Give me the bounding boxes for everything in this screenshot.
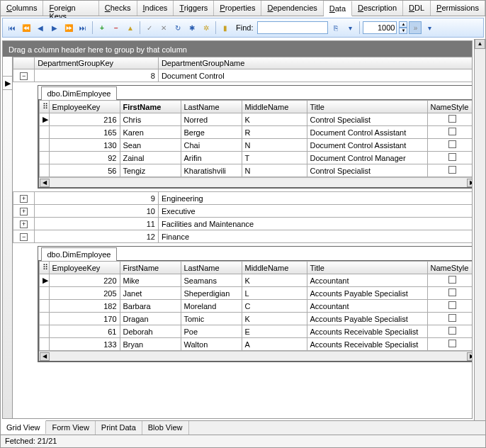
- table-row[interactable]: ▶216ChrisNorredKControl Specialist: [39, 113, 472, 126]
- goto-bookmark-icon[interactable]: ✲: [200, 21, 213, 34]
- edit-icon[interactable]: ▲: [124, 21, 137, 34]
- col-middlename[interactable]: MiddleName: [242, 101, 307, 113]
- col-firstname[interactable]: FirstName: [120, 101, 181, 113]
- delete-icon[interactable]: −: [110, 21, 123, 34]
- find-input[interactable]: [257, 21, 328, 34]
- bookmark-icon[interactable]: ✱: [186, 21, 198, 34]
- scroll-left-icon[interactable]: ◀: [40, 352, 50, 361]
- grid-body[interactable]: DepartmentGroupKeyDepartmentGroupName−8D…: [13, 57, 472, 418]
- find-options-icon[interactable]: ⎘: [329, 21, 342, 34]
- cell-middlename[interactable]: K: [242, 274, 307, 287]
- cell-namestyle[interactable]: [427, 287, 472, 300]
- cell-firstname[interactable]: Dragan: [120, 313, 181, 325]
- cell-groupkey[interactable]: 9: [35, 192, 159, 205]
- table-row[interactable]: 182BarbaraMorelandCAccountant: [39, 300, 472, 313]
- tab-foreign-keys[interactable]: Foreign Keys: [43, 1, 98, 16]
- col-employeekey[interactable]: EmployeeKey: [49, 101, 120, 113]
- tab-checks[interactable]: Checks: [99, 1, 137, 16]
- cell-title[interactable]: Control Specialist: [307, 113, 427, 126]
- nav-next-icon[interactable]: ▶: [48, 21, 61, 34]
- col-namestyle[interactable]: NameStyle: [427, 262, 472, 274]
- tab-data[interactable]: Data: [324, 1, 352, 16]
- cell-namestyle[interactable]: [427, 139, 472, 152]
- cell-groupkey[interactable]: 8: [35, 69, 159, 82]
- cell-lastname[interactable]: Walton: [181, 338, 242, 351]
- scroll-right-icon[interactable]: ▶: [467, 179, 473, 187]
- cell-groupname[interactable]: Finance: [158, 230, 472, 243]
- cell-employeekey[interactable]: 56: [49, 164, 120, 177]
- cell-employeekey[interactable]: 220: [49, 274, 120, 287]
- nav-prev-page-icon[interactable]: ⏪: [20, 21, 33, 34]
- cell-lastname[interactable]: Poe: [181, 325, 242, 338]
- cell-middlename[interactable]: R: [242, 126, 307, 139]
- cell-employeekey[interactable]: 92: [49, 152, 120, 164]
- cell-title[interactable]: Document Control Assistant: [307, 126, 427, 139]
- cell-middlename[interactable]: K: [242, 313, 307, 325]
- cell-employeekey[interactable]: 216: [49, 113, 120, 126]
- tab-properties[interactable]: Properties: [214, 1, 261, 16]
- table-row[interactable]: 170DraganTomicKAccounts Payable Speciali…: [39, 313, 472, 325]
- checkbox-icon[interactable]: [448, 153, 456, 161]
- collapse-icon[interactable]: −: [20, 233, 28, 241]
- group-row[interactable]: +10Executive: [13, 205, 473, 218]
- cell-lastname[interactable]: Tomic: [181, 313, 242, 325]
- checkbox-icon[interactable]: [448, 289, 456, 296]
- cell-firstname[interactable]: Barbara: [120, 300, 181, 313]
- cell-lastname[interactable]: Moreland: [181, 300, 242, 313]
- cell-namestyle[interactable]: [427, 338, 472, 351]
- table-row[interactable]: 133BryanWaltonAAccounts Receivable Speci…: [39, 338, 472, 351]
- scroll-left-icon[interactable]: ◀: [40, 179, 50, 187]
- fetch-dropdown-icon[interactable]: ▾: [423, 21, 436, 34]
- cell-title[interactable]: Accountant: [307, 300, 427, 313]
- cell-namestyle[interactable]: [427, 300, 472, 313]
- cell-lastname[interactable]: Seamans: [181, 274, 242, 287]
- cell-title[interactable]: Document Control Manager: [307, 152, 427, 164]
- col-departmentgroupkey[interactable]: DepartmentGroupKey: [35, 57, 159, 69]
- cell-namestyle[interactable]: [427, 113, 472, 126]
- scroll-right-icon[interactable]: ▶: [467, 352, 473, 361]
- cell-lastname[interactable]: Kharatishvili: [181, 164, 242, 177]
- cell-firstname[interactable]: Zainal: [120, 152, 181, 164]
- cell-namestyle[interactable]: [427, 152, 472, 164]
- col-lastname[interactable]: LastName: [181, 101, 242, 113]
- table-row[interactable]: 130SeanChaiNDocument Control Assistant: [39, 139, 472, 152]
- nav-next-page-icon[interactable]: ⏩: [62, 21, 75, 34]
- scroll-up-icon[interactable]: ▲: [475, 39, 485, 49]
- group-row[interactable]: −12Finance: [13, 230, 473, 243]
- group-row[interactable]: +9Engineering: [13, 192, 473, 205]
- checkbox-icon[interactable]: [448, 301, 456, 309]
- spin-down-icon[interactable]: ▼: [399, 28, 407, 34]
- cell-groupname[interactable]: Engineering: [158, 192, 472, 205]
- cell-employeekey[interactable]: 133: [49, 338, 120, 351]
- cell-firstname[interactable]: Chris: [120, 113, 181, 126]
- horizontal-scrollbar[interactable]: ◀▶: [39, 177, 473, 187]
- cell-groupkey[interactable]: 11: [35, 218, 159, 230]
- bottom-tab-blob-view[interactable]: Blob View: [142, 421, 189, 435]
- cell-employeekey[interactable]: 205: [49, 287, 120, 300]
- post-icon[interactable]: ✓: [143, 21, 156, 34]
- expand-icon[interactable]: +: [20, 220, 28, 228]
- checkbox-icon[interactable]: [448, 166, 456, 174]
- table-row[interactable]: 92ZainalArifinTDocument Control Manager: [39, 152, 472, 164]
- cell-groupkey[interactable]: 12: [35, 230, 159, 243]
- cell-groupname[interactable]: Facilities and Maintenance: [158, 218, 472, 230]
- insert-icon[interactable]: +: [96, 21, 108, 34]
- col-firstname[interactable]: FirstName: [120, 262, 181, 274]
- cell-firstname[interactable]: Deborah: [120, 325, 181, 338]
- cell-middlename[interactable]: A: [242, 338, 307, 351]
- collapse-icon[interactable]: −: [20, 72, 28, 80]
- checkbox-icon[interactable]: [448, 327, 456, 335]
- tab-permissions[interactable]: Permissions: [431, 1, 485, 16]
- cell-title[interactable]: Accounts Payable Specialist: [307, 313, 427, 325]
- horizontal-scrollbar[interactable]: ◀▶: [39, 351, 473, 361]
- cell-firstname[interactable]: Mike: [120, 274, 181, 287]
- checkbox-icon[interactable]: [448, 314, 456, 322]
- tab-indices[interactable]: Indices: [137, 1, 174, 16]
- cell-firstname[interactable]: Janet: [120, 287, 181, 300]
- cell-lastname[interactable]: Chai: [181, 139, 242, 152]
- tab-triggers[interactable]: Triggers: [174, 1, 214, 16]
- cell-groupname[interactable]: Document Control: [158, 69, 472, 82]
- cell-employeekey[interactable]: 170: [49, 313, 120, 325]
- cell-middlename[interactable]: L: [242, 287, 307, 300]
- checkbox-icon[interactable]: [448, 276, 456, 284]
